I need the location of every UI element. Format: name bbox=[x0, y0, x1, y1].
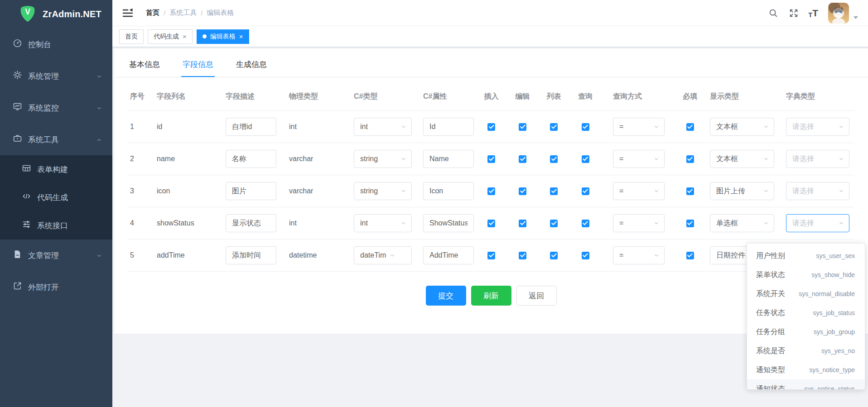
edit-checkbox[interactable] bbox=[519, 187, 526, 195]
tag-code-generation[interactable]: 代码生成 × bbox=[148, 29, 193, 44]
table-cell: showStatus bbox=[157, 219, 226, 227]
close-icon[interactable]: × bbox=[239, 33, 243, 40]
edit-checkbox[interactable] bbox=[519, 155, 526, 163]
logo-row[interactable]: V ZrAdmin.NET bbox=[0, 0, 112, 28]
insert-checkbox[interactable] bbox=[487, 220, 495, 227]
sidebar-item-system-interface[interactable]: 系统接口 bbox=[0, 211, 112, 239]
edit-checkbox[interactable] bbox=[519, 252, 526, 259]
table-row: 1idintint=文本框请选择 bbox=[128, 111, 854, 143]
table-cell: 请选择 bbox=[782, 182, 854, 200]
fullscreen-icon[interactable] bbox=[788, 8, 799, 19]
dict-option[interactable]: 任务分组sys_job_group bbox=[747, 322, 865, 341]
dict-option[interactable]: 系统开关sys_normal_disable bbox=[747, 284, 865, 303]
description-input[interactable] bbox=[226, 118, 276, 136]
list-checkbox[interactable] bbox=[550, 155, 558, 163]
display-type-select[interactable]: 单选框 bbox=[710, 214, 774, 232]
tab-generate-info[interactable]: 生成信息 bbox=[235, 59, 268, 77]
csharp-type-select[interactable]: int bbox=[354, 118, 412, 136]
query-mode-select[interactable]: = bbox=[613, 214, 665, 232]
edit-checkbox[interactable] bbox=[519, 220, 526, 227]
query-mode-select[interactable]: = bbox=[613, 246, 665, 264]
sidebar-item-system-tools[interactable]: 系统工具 bbox=[0, 124, 112, 155]
sidebar-item-article-management[interactable]: 文章管理 bbox=[0, 239, 112, 271]
query-mode-select[interactable]: = bbox=[613, 118, 665, 136]
refresh-button[interactable]: 刷新 bbox=[471, 286, 511, 306]
dict-option[interactable]: 通知类型sys_notice_type bbox=[747, 360, 865, 379]
dict-option[interactable]: 系统是否sys_yes_no bbox=[747, 341, 865, 360]
required-checkbox[interactable] bbox=[686, 155, 694, 163]
breadcrumb-home[interactable]: 首页 bbox=[146, 9, 159, 17]
csharp-type-select[interactable]: string bbox=[354, 182, 412, 200]
csharp-type-select[interactable]: string bbox=[354, 150, 412, 168]
caret-down-icon[interactable] bbox=[854, 16, 858, 19]
insert-checkbox[interactable] bbox=[487, 155, 495, 163]
required-checkbox[interactable] bbox=[686, 220, 694, 227]
list-checkbox[interactable] bbox=[550, 187, 558, 195]
table-cell bbox=[476, 123, 507, 131]
csharp-property-input[interactable] bbox=[423, 246, 474, 264]
back-button[interactable]: 返回 bbox=[516, 286, 557, 306]
dict-type-select[interactable]: 请选择 bbox=[786, 118, 849, 136]
sidebar-item-system-monitor[interactable]: 系统监控 bbox=[0, 92, 112, 124]
dict-option[interactable]: 用户性别sys_user_sex bbox=[747, 246, 865, 265]
dict-type-select[interactable]: 请选择 bbox=[786, 182, 849, 200]
search-icon[interactable] bbox=[768, 8, 779, 19]
insert-checkbox[interactable] bbox=[487, 252, 495, 259]
sidebar-item-external-open[interactable]: 外部打开 bbox=[0, 271, 112, 303]
dict-option[interactable]: 菜单状态sys_show_hide bbox=[747, 265, 865, 284]
dict-option[interactable]: 任务状态sys_job_status bbox=[747, 303, 865, 322]
chevron-down-icon bbox=[386, 252, 395, 259]
list-checkbox[interactable] bbox=[550, 220, 558, 227]
dict-option[interactable]: 通知状态sys_notice_status bbox=[747, 379, 865, 390]
collapse-sidebar-icon[interactable] bbox=[122, 8, 133, 18]
csharp-property-input[interactable] bbox=[423, 182, 474, 200]
sidebar-item-code-generation[interactable]: 代码生成 bbox=[0, 183, 112, 211]
font-size-icon[interactable]: TT bbox=[809, 8, 818, 19]
tag-home[interactable]: 首页 bbox=[119, 29, 144, 44]
display-type-select[interactable]: 文本框 bbox=[710, 150, 774, 168]
description-input[interactable] bbox=[226, 150, 276, 168]
sidebar-item-form-builder[interactable]: 表单构建 bbox=[0, 155, 112, 183]
description-input[interactable] bbox=[226, 246, 276, 264]
dict-type-select[interactable]: 请选择 bbox=[786, 214, 849, 232]
description-input[interactable] bbox=[226, 214, 276, 232]
dict-type-select[interactable]: 请选择 bbox=[786, 150, 849, 168]
query-mode-select[interactable]: = bbox=[613, 150, 665, 168]
csharp-property-input[interactable] bbox=[423, 118, 474, 136]
query-checkbox[interactable] bbox=[582, 155, 589, 163]
insert-checkbox[interactable] bbox=[487, 123, 495, 131]
table-cell: 文本框 bbox=[705, 150, 782, 168]
edit-checkbox[interactable] bbox=[519, 123, 526, 131]
csharp-property-input[interactable] bbox=[423, 150, 474, 168]
query-checkbox[interactable] bbox=[582, 123, 589, 131]
chevron-down-icon bbox=[835, 188, 844, 194]
query-checkbox[interactable] bbox=[582, 252, 589, 259]
query-checkbox[interactable] bbox=[582, 220, 589, 227]
required-checkbox[interactable] bbox=[686, 252, 694, 259]
list-checkbox[interactable] bbox=[550, 252, 558, 259]
user-avatar[interactable] bbox=[828, 3, 849, 24]
display-type-select[interactable]: 文本框 bbox=[710, 118, 774, 136]
sidebar-item-system-management[interactable]: 系统管理 bbox=[0, 60, 112, 92]
tab-basic-info[interactable]: 基本信息 bbox=[128, 59, 161, 77]
display-type-select[interactable]: 图片上传 bbox=[710, 182, 774, 200]
description-input[interactable] bbox=[226, 182, 276, 200]
column-header: 物理类型 bbox=[289, 92, 354, 101]
list-checkbox[interactable] bbox=[550, 123, 558, 131]
select-value: = bbox=[619, 219, 651, 227]
sidebar-item-dashboard[interactable]: 控制台 bbox=[0, 29, 112, 60]
query-mode-select[interactable]: = bbox=[613, 182, 665, 200]
required-checkbox[interactable] bbox=[686, 187, 694, 195]
table-cell bbox=[569, 123, 601, 131]
tag-edit-table-active[interactable]: 编辑表格 × bbox=[197, 29, 249, 44]
required-checkbox[interactable] bbox=[686, 123, 694, 131]
csharp-type-select[interactable]: int bbox=[354, 214, 412, 232]
csharp-property-input[interactable] bbox=[423, 214, 474, 232]
submit-button[interactable]: 提交 bbox=[426, 286, 466, 306]
tab-field-info[interactable]: 字段信息 bbox=[181, 59, 215, 77]
insert-checkbox[interactable] bbox=[487, 187, 495, 195]
query-checkbox[interactable] bbox=[582, 187, 589, 195]
close-icon[interactable]: × bbox=[183, 33, 187, 40]
form-grid-icon bbox=[22, 163, 31, 175]
csharp-type-select[interactable]: dateTime bbox=[354, 246, 412, 264]
